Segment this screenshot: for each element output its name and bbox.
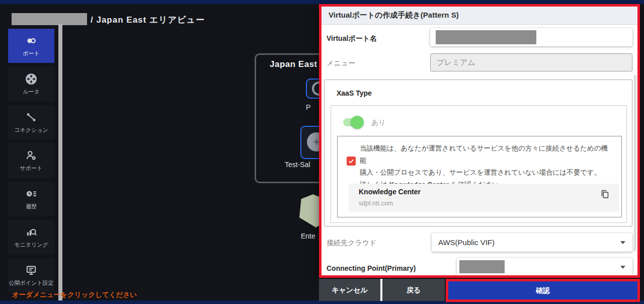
sidebar-item-monitoring[interactable]: モニタリング bbox=[8, 220, 54, 254]
router-icon bbox=[24, 72, 38, 86]
chevron-down-icon bbox=[620, 266, 625, 269]
redaction-vertical-bar bbox=[58, 24, 62, 300]
copy-link-icon[interactable] bbox=[599, 189, 610, 200]
canvas-node-label: P bbox=[306, 103, 310, 111]
sidebar-item-connection[interactable]: コネクション bbox=[8, 105, 54, 139]
sidebar-item-port[interactable]: ポート bbox=[8, 29, 54, 63]
knowledge-center-url: sdpf.ntt.com bbox=[359, 200, 393, 207]
support-icon bbox=[24, 149, 39, 162]
modal-footer: キャンセル 戻る 確認 bbox=[319, 279, 640, 302]
sidebar-item-history[interactable]: 履歴 bbox=[8, 182, 54, 216]
sidebar-item-label: サポート bbox=[20, 165, 43, 172]
modal-body: Virtualポート名 メニュー プレミアム XaaS Type あり bbox=[321, 25, 637, 275]
sidebar-item-label: 公開ポイント設定 bbox=[9, 279, 53, 287]
order-menu-hint: オーダメニューをクリックしてください bbox=[12, 290, 137, 299]
xaas-type-label: XaaS Type bbox=[337, 89, 372, 97]
xaas-notice-box: 当該機能は、あなたが運営されているサービスを他の方々に接続させるための機能 購入… bbox=[337, 136, 622, 217]
sidebar-item-label: モニタリング bbox=[14, 241, 48, 249]
cloud-label: 接続先クラウド bbox=[327, 239, 376, 247]
monitoring-icon bbox=[24, 225, 39, 239]
knowledge-center-title: Knowledge Center bbox=[359, 188, 421, 196]
port-icon bbox=[24, 34, 39, 47]
menu-input: プレミアム bbox=[430, 53, 632, 71]
sidebar-item-label: コネクション bbox=[14, 126, 48, 134]
public-point-icon bbox=[24, 264, 39, 277]
connecting-point-label: Connecting Point(Primary) bbox=[327, 264, 416, 272]
back-button[interactable]: 戻る bbox=[382, 279, 445, 301]
canvas-region-label: Ente bbox=[301, 232, 315, 240]
xaas-toggle-knob[interactable] bbox=[351, 116, 364, 129]
menu-label: メニュー bbox=[327, 59, 355, 67]
modal-scrollbar[interactable] bbox=[634, 75, 636, 251]
xaas-toggle-group: あり 当該機能は、あなたが運営されているサービスを他の方々に接続させるための機能… bbox=[331, 105, 627, 223]
xaas-type-section: XaaS Type あり 当該機能は、あなたが運営されているサービスを他の方々に… bbox=[324, 80, 632, 226]
xaas-toggle-label: あり bbox=[371, 118, 386, 127]
sidebar-item-label: ルータ bbox=[23, 88, 40, 96]
sidebar-item-label: 履歴 bbox=[26, 203, 37, 210]
connection-icon bbox=[24, 111, 38, 124]
cloud-select-value: AWS(Public VIF) bbox=[438, 238, 495, 247]
vport-name-label: Virtualポート名 bbox=[327, 34, 377, 42]
cloud-select[interactable]: AWS(Public VIF) bbox=[432, 233, 632, 252]
breadcrumb: / Japan East エリアビュー bbox=[91, 14, 205, 26]
chevron-down-icon bbox=[620, 241, 625, 244]
confirm-button-label: 確認 bbox=[448, 281, 637, 299]
notice-line1: 当該機能は、あなたが運営されているサービスを他の方々に接続させるための機能 bbox=[360, 144, 608, 164]
sidebar-item-label: ポート bbox=[23, 50, 40, 57]
sidebar-item-router[interactable]: ルータ bbox=[8, 67, 54, 101]
redacted-vport-name-value bbox=[436, 30, 536, 44]
area-panel-title: Japan East bbox=[270, 59, 317, 69]
top-navy-bar bbox=[0, 0, 644, 4]
redacted-tenant-name bbox=[12, 13, 87, 25]
redacted-connecting-point-value bbox=[459, 260, 505, 273]
connecting-point-select[interactable] bbox=[457, 258, 632, 275]
vport-name-input[interactable] bbox=[430, 28, 632, 46]
app-window: / Japan East エリアビュー ポート ルータ コネクション bbox=[0, 0, 644, 304]
sidebar-item-public-point[interactable]: 公開ポイント設定 bbox=[8, 258, 54, 292]
notice-line2: 購入・公開プロセスであり、サービスを運営されていない場合には不要です。 bbox=[360, 169, 601, 176]
canvas-node-label: Test-Sal bbox=[285, 161, 310, 169]
cancel-button[interactable]: キャンセル bbox=[319, 279, 380, 301]
history-icon bbox=[24, 187, 39, 200]
xaas-agree-checkbox[interactable] bbox=[347, 157, 356, 166]
sidebar-item-support[interactable]: サポート bbox=[8, 143, 54, 178]
vport-create-modal: Virtualポートの作成手続き(Pattern S) Virtualポート名 … bbox=[319, 4, 640, 278]
knowledge-center-card[interactable]: Knowledge Center sdpf.ntt.com bbox=[349, 184, 619, 212]
modal-title: Virtualポートの作成手続き(Pattern S) bbox=[321, 7, 637, 25]
confirm-button[interactable]: 確認 bbox=[446, 279, 640, 302]
